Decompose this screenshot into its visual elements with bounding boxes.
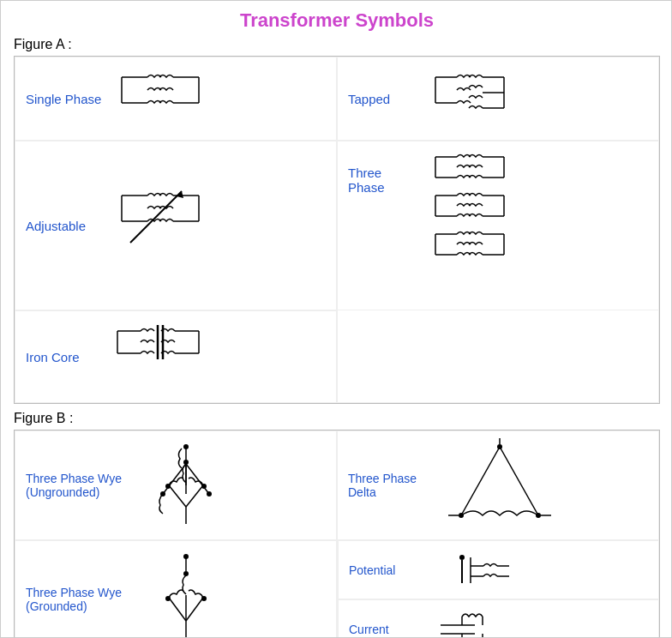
adjustable-symbol (113, 183, 207, 268)
svg-point-65 (536, 513, 541, 518)
wye-grounded-svg (139, 548, 233, 638)
svg-point-52 (207, 491, 212, 497)
svg-point-64 (459, 513, 464, 518)
cell-potential: Potential (338, 540, 659, 599)
svg-point-81 (459, 555, 465, 560)
page: Transformer Symbols Figure A : Single Ph… (1, 1, 672, 638)
cell-wye-ungrounded: Three Phase Wye(Ungrounded) (15, 430, 337, 540)
svg-line-51 (186, 464, 209, 494)
cell-adjustable: Adjustable (15, 141, 337, 310)
svg-point-74 (165, 596, 171, 601)
three-phase-symbol (427, 148, 538, 303)
potential-symbol (428, 549, 539, 592)
svg-line-56 (186, 485, 203, 507)
three-phase-label: ThreePhase (348, 148, 417, 195)
svg-line-19 (130, 191, 182, 243)
cell-iron-core: Iron Core (15, 310, 337, 403)
single-phase-label: Single Phase (26, 92, 103, 106)
svg-point-60 (201, 484, 207, 489)
cell-tapped: Tapped (337, 57, 659, 141)
potential-svg (428, 549, 539, 592)
tapped-label: Tapped (348, 92, 417, 106)
svg-point-48 (183, 444, 189, 449)
tapped-symbol (427, 64, 538, 133)
cell-wye-grounded: Three Phase Wye(Grounded) (15, 540, 337, 638)
adjustable-label: Adjustable (26, 219, 103, 233)
svg-line-72 (186, 598, 203, 621)
tapped-svg (427, 64, 538, 133)
cell-placeholder (337, 310, 659, 403)
delta-label: Three PhaseDelta (348, 472, 434, 499)
wye-ungrounded-label: Three Phase Wye(Ungrounded) (26, 472, 129, 499)
current-symbol (428, 608, 531, 639)
single-phase-svg (113, 64, 207, 133)
three-phase-svg (427, 148, 538, 303)
figure-b-label: Figure B : (14, 411, 660, 426)
svg-point-73 (183, 571, 189, 576)
cell-current: Current (338, 599, 659, 638)
iron-core-label: Iron Core (26, 350, 103, 364)
figure-a-grid: Single Phase (14, 56, 660, 404)
wye-ungrounded-symbol (139, 438, 233, 533)
iron-core-symbol (113, 318, 216, 395)
svg-point-58 (183, 460, 189, 465)
adjustable-svg (113, 183, 207, 268)
svg-point-80 (183, 554, 189, 559)
cell-single-phase: Single Phase (15, 57, 337, 141)
potential-label: Potential (349, 563, 417, 577)
page-title: Transformer Symbols (14, 9, 660, 32)
delta-svg (444, 438, 555, 533)
current-label: Current (349, 623, 417, 636)
delta-symbol (444, 438, 555, 533)
potential-current-column: Potential (337, 540, 659, 638)
iron-core-svg (113, 318, 216, 395)
svg-point-63 (497, 444, 502, 449)
svg-line-61 (461, 447, 500, 515)
svg-line-55 (169, 485, 186, 507)
cell-delta: Three PhaseDelta (337, 430, 659, 540)
wye-grounded-symbol (139, 548, 233, 638)
figure-a-label: Figure A : (14, 37, 660, 52)
svg-line-62 (500, 447, 538, 515)
wye-ungrounded-svg (139, 438, 233, 533)
single-phase-symbol (113, 64, 207, 133)
figure-b-grid: Three Phase Wye(Ungrounded) (14, 430, 660, 638)
svg-point-75 (201, 596, 207, 601)
current-svg (428, 608, 531, 639)
svg-point-59 (165, 484, 171, 489)
wye-grounded-label: Three Phase Wye(Grounded) (26, 586, 129, 613)
svg-line-71 (169, 598, 186, 621)
cell-three-phase: ThreePhase (337, 141, 659, 310)
